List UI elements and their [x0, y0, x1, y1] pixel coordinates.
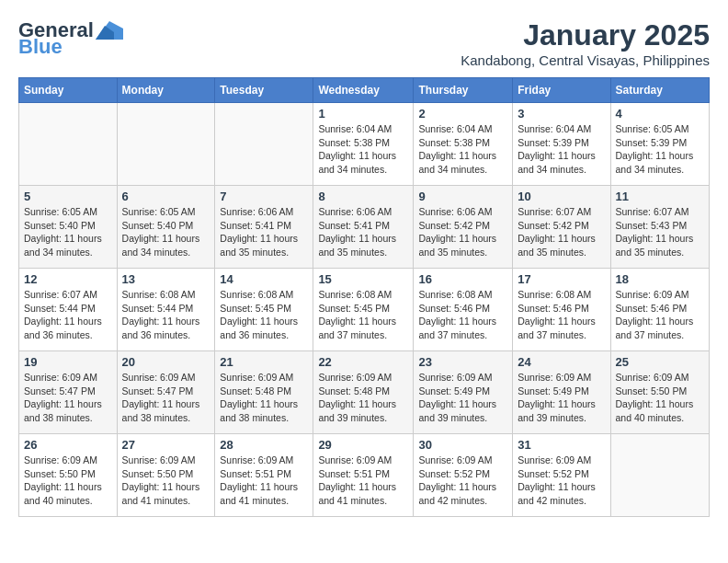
day-number: 28	[220, 438, 308, 452]
day-info: Sunrise: 6:09 AM Sunset: 5:47 PM Dayligh…	[24, 371, 112, 425]
day-info: Sunrise: 6:08 AM Sunset: 5:45 PM Dayligh…	[220, 288, 308, 342]
day-info: Sunrise: 6:07 AM Sunset: 5:43 PM Dayligh…	[616, 205, 705, 259]
calendar-cell: 21Sunrise: 6:09 AM Sunset: 5:48 PM Dayli…	[215, 351, 313, 434]
calendar-cell: 19Sunrise: 6:09 AM Sunset: 5:47 PM Dayli…	[19, 351, 118, 434]
day-info: Sunrise: 6:05 AM Sunset: 5:39 PM Dayligh…	[616, 122, 705, 177]
calendar-header-row: SundayMondayTuesdayWednesdayThursdayFrid…	[19, 78, 710, 103]
calendar-cell: 27Sunrise: 6:09 AM Sunset: 5:50 PM Dayli…	[117, 434, 215, 517]
day-info: Sunrise: 6:09 AM Sunset: 5:49 PM Dayligh…	[518, 371, 605, 425]
day-info: Sunrise: 6:05 AM Sunset: 5:40 PM Dayligh…	[122, 205, 210, 259]
title-area: January 2025 Kandabong, Central Visayas,…	[461, 18, 710, 68]
calendar-week-4: 19Sunrise: 6:09 AM Sunset: 5:47 PM Dayli…	[19, 351, 710, 434]
day-header-thursday: Thursday	[414, 78, 513, 103]
calendar-cell: 16Sunrise: 6:08 AM Sunset: 5:46 PM Dayli…	[414, 269, 513, 351]
calendar-cell: 17Sunrise: 6:08 AM Sunset: 5:46 PM Dayli…	[513, 269, 610, 351]
day-number: 15	[318, 272, 408, 286]
day-number: 31	[518, 438, 605, 452]
day-number: 7	[220, 190, 308, 203]
day-header-saturday: Saturday	[610, 78, 710, 103]
day-number: 1	[318, 107, 408, 121]
day-number: 14	[220, 272, 308, 286]
day-info: Sunrise: 6:07 AM Sunset: 5:42 PM Dayligh…	[518, 205, 605, 259]
day-info: Sunrise: 6:04 AM Sunset: 5:38 PM Dayligh…	[418, 122, 507, 177]
day-number: 13	[122, 272, 210, 286]
day-info: Sunrise: 6:09 AM Sunset: 5:49 PM Dayligh…	[418, 371, 507, 425]
day-info: Sunrise: 6:09 AM Sunset: 5:50 PM Dayligh…	[616, 371, 705, 425]
calendar-cell: 14Sunrise: 6:08 AM Sunset: 5:45 PM Dayli…	[215, 269, 313, 351]
day-info: Sunrise: 6:09 AM Sunset: 5:52 PM Dayligh…	[518, 454, 605, 508]
day-number: 11	[616, 190, 705, 203]
logo-blue-text: Blue	[18, 35, 63, 59]
calendar-cell	[117, 103, 215, 186]
calendar-cell: 28Sunrise: 6:09 AM Sunset: 5:51 PM Dayli…	[215, 434, 313, 517]
calendar-cell: 22Sunrise: 6:09 AM Sunset: 5:48 PM Dayli…	[313, 351, 414, 434]
calendar-cell: 13Sunrise: 6:08 AM Sunset: 5:44 PM Dayli…	[117, 269, 215, 351]
day-number: 19	[24, 355, 112, 369]
day-number: 10	[518, 190, 605, 203]
calendar-cell: 6Sunrise: 6:05 AM Sunset: 5:40 PM Daylig…	[117, 186, 215, 269]
day-header-friday: Friday	[513, 78, 610, 103]
day-info: Sunrise: 6:09 AM Sunset: 5:52 PM Dayligh…	[418, 454, 507, 508]
page-header: General Blue January 2025 Kandabong, Cen…	[18, 18, 710, 68]
calendar-cell: 25Sunrise: 6:09 AM Sunset: 5:50 PM Dayli…	[610, 351, 710, 434]
day-info: Sunrise: 6:06 AM Sunset: 5:41 PM Dayligh…	[318, 205, 408, 259]
day-info: Sunrise: 6:09 AM Sunset: 5:46 PM Dayligh…	[616, 288, 705, 342]
calendar-cell: 26Sunrise: 6:09 AM Sunset: 5:50 PM Dayli…	[19, 434, 118, 517]
day-number: 21	[220, 355, 308, 369]
calendar-cell: 4Sunrise: 6:05 AM Sunset: 5:39 PM Daylig…	[610, 103, 710, 186]
logo: General Blue	[18, 18, 123, 59]
day-info: Sunrise: 6:04 AM Sunset: 5:39 PM Dayligh…	[518, 122, 605, 177]
day-info: Sunrise: 6:04 AM Sunset: 5:38 PM Dayligh…	[318, 122, 408, 177]
day-info: Sunrise: 6:09 AM Sunset: 5:47 PM Dayligh…	[122, 371, 210, 425]
calendar-cell: 5Sunrise: 6:05 AM Sunset: 5:40 PM Daylig…	[19, 186, 118, 269]
day-header-wednesday: Wednesday	[313, 78, 414, 103]
day-info: Sunrise: 6:08 AM Sunset: 5:44 PM Dayligh…	[122, 288, 210, 342]
day-number: 27	[122, 438, 210, 452]
calendar-cell: 8Sunrise: 6:06 AM Sunset: 5:41 PM Daylig…	[313, 186, 414, 269]
calendar-cell: 29Sunrise: 6:09 AM Sunset: 5:51 PM Dayli…	[313, 434, 414, 517]
day-number: 4	[616, 107, 705, 121]
calendar-cell: 12Sunrise: 6:07 AM Sunset: 5:44 PM Dayli…	[19, 269, 118, 351]
day-header-monday: Monday	[117, 78, 215, 103]
calendar-cell: 31Sunrise: 6:09 AM Sunset: 5:52 PM Dayli…	[513, 434, 610, 517]
day-header-tuesday: Tuesday	[215, 78, 313, 103]
day-info: Sunrise: 6:09 AM Sunset: 5:48 PM Dayligh…	[220, 371, 308, 425]
day-info: Sunrise: 6:09 AM Sunset: 5:48 PM Dayligh…	[318, 371, 408, 425]
day-number: 9	[418, 190, 507, 203]
calendar-cell: 10Sunrise: 6:07 AM Sunset: 5:42 PM Dayli…	[513, 186, 610, 269]
day-info: Sunrise: 6:05 AM Sunset: 5:40 PM Dayligh…	[24, 205, 112, 259]
calendar-cell	[19, 103, 118, 186]
calendar-week-5: 26Sunrise: 6:09 AM Sunset: 5:50 PM Dayli…	[19, 434, 710, 517]
calendar-cell: 3Sunrise: 6:04 AM Sunset: 5:39 PM Daylig…	[513, 103, 610, 186]
day-info: Sunrise: 6:08 AM Sunset: 5:46 PM Dayligh…	[518, 288, 605, 342]
calendar-cell: 1Sunrise: 6:04 AM Sunset: 5:38 PM Daylig…	[313, 103, 414, 186]
day-number: 20	[122, 355, 210, 369]
day-number: 3	[518, 107, 605, 121]
day-info: Sunrise: 6:09 AM Sunset: 5:50 PM Dayligh…	[122, 454, 210, 508]
day-info: Sunrise: 6:09 AM Sunset: 5:51 PM Dayligh…	[318, 454, 408, 508]
day-info: Sunrise: 6:09 AM Sunset: 5:51 PM Dayligh…	[220, 454, 308, 508]
calendar-cell: 11Sunrise: 6:07 AM Sunset: 5:43 PM Dayli…	[610, 186, 710, 269]
day-number: 24	[518, 355, 605, 369]
day-number: 22	[318, 355, 408, 369]
calendar-week-2: 5Sunrise: 6:05 AM Sunset: 5:40 PM Daylig…	[19, 186, 710, 269]
day-info: Sunrise: 6:06 AM Sunset: 5:42 PM Dayligh…	[418, 205, 507, 259]
location-title: Kandabong, Central Visayas, Philippines	[461, 52, 710, 68]
calendar-cell: 18Sunrise: 6:09 AM Sunset: 5:46 PM Dayli…	[610, 269, 710, 351]
calendar-week-3: 12Sunrise: 6:07 AM Sunset: 5:44 PM Dayli…	[19, 269, 710, 351]
calendar-cell: 30Sunrise: 6:09 AM Sunset: 5:52 PM Dayli…	[414, 434, 513, 517]
logo-icon	[96, 21, 123, 40]
day-number: 6	[122, 190, 210, 203]
calendar-cell	[215, 103, 313, 186]
day-number: 25	[616, 355, 705, 369]
calendar-cell: 9Sunrise: 6:06 AM Sunset: 5:42 PM Daylig…	[414, 186, 513, 269]
day-info: Sunrise: 6:09 AM Sunset: 5:50 PM Dayligh…	[24, 454, 112, 508]
day-info: Sunrise: 6:06 AM Sunset: 5:41 PM Dayligh…	[220, 205, 308, 259]
day-number: 17	[518, 272, 605, 286]
day-number: 2	[418, 107, 507, 121]
calendar-cell: 24Sunrise: 6:09 AM Sunset: 5:49 PM Dayli…	[513, 351, 610, 434]
day-header-sunday: Sunday	[19, 78, 118, 103]
day-number: 12	[24, 272, 112, 286]
day-number: 26	[24, 438, 112, 452]
calendar-cell: 23Sunrise: 6:09 AM Sunset: 5:49 PM Dayli…	[414, 351, 513, 434]
